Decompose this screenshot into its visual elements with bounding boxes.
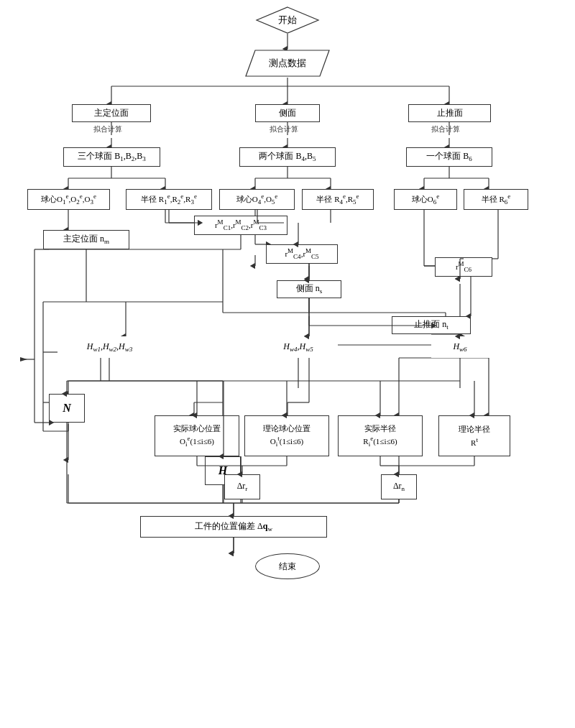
three-spheres-label: 三个球面 B1,B2,B3 [78, 150, 146, 164]
main-plane-node: 主定位面 nm [43, 230, 129, 249]
theory-center-node: 理论球心位置Oit(1≤i≤6) [244, 415, 329, 456]
data-input-node: 测点数据 [244, 49, 331, 78]
end-node: 结束 [255, 553, 320, 579]
radius6-label: 半径 R6e [482, 192, 511, 206]
actual-center-node: 实际球心位置Oie(1≤i≤6) [155, 415, 239, 456]
hw123-node: Hw1,Hw2,Hw3 [58, 336, 162, 358]
start-node: 开始 [255, 6, 320, 34]
rc45-node: rMC4,rMC5 [266, 244, 338, 264]
actual-radius-node: 实际半径Rie(1≤i≤6) [338, 415, 423, 456]
hw6-label: Hw6 [453, 341, 466, 354]
theory-radius-node: 理论半径Rt [438, 415, 510, 456]
rc6-label: rMC6 [456, 259, 472, 274]
flowchart: 拟合计算 拟合计算 拟合计算 [0, 0, 575, 728]
radius6-node: 半径 R6e [464, 189, 528, 210]
n-label: N [63, 402, 71, 415]
rc123-label: rMC1,rMC2,rMC3 [215, 218, 267, 232]
svg-marker-152 [20, 357, 27, 361]
main-face-node: 主定位面 [72, 104, 151, 122]
delta-r-label: Δrr [237, 481, 248, 492]
svg-text:拟合计算: 拟合计算 [431, 125, 460, 133]
hw6-node: Hw6 [431, 336, 489, 358]
theory-center-label: 理论球心位置Oit(1≤i≤6) [263, 423, 310, 450]
actual-center-label: 实际球心位置Oie(1≤i≤6) [173, 423, 221, 450]
svg-text:拟合计算: 拟合计算 [270, 125, 298, 133]
two-spheres-label: 两个球面 B4,B5 [259, 150, 316, 164]
hw45-node: Hw4,Hw5 [259, 336, 338, 358]
center6-node: 球心O6e [394, 189, 457, 210]
center123-node: 球心O1e,O2e,O3e [27, 189, 110, 210]
main-plane-label: 主定位面 nm [63, 233, 109, 246]
rc6-node: rMC6 [435, 257, 492, 277]
main-face-label: 主定位面 [94, 107, 129, 119]
center45-node: 球心O4e,O5e [219, 189, 295, 210]
n-node: N [49, 394, 85, 423]
radius45-node: 半径 R4e,R5e [302, 189, 374, 210]
one-sphere-label: 一个球面 B6 [426, 150, 472, 164]
hw123-label: Hw1,Hw2,Hw3 [87, 341, 133, 354]
radius45-label: 半径 R4e,R5e [316, 192, 359, 206]
stop-plane-label: 止推面 nt [414, 318, 448, 332]
stop-face-node: 止推面 [408, 104, 491, 122]
side-plane-label: 侧面 ns [296, 282, 323, 296]
rc123-node: rMC1,rMC2,rMC3 [194, 216, 288, 235]
actual-radius-label: 实际半径Rie(1≤i≤6) [363, 423, 397, 450]
svg-text:拟合计算: 拟合计算 [93, 125, 122, 133]
two-spheres-node: 两个球面 B4,B5 [239, 147, 336, 167]
one-sphere-node: 一个球面 B6 [406, 147, 492, 167]
radius123-node: 半径 R1e,R2e,R3e [126, 189, 212, 210]
center123-label: 球心O1e,O2e,O3e [41, 192, 96, 206]
start-label: 开始 [278, 14, 297, 27]
delta-rn-node: Δrn [381, 474, 417, 499]
radius123-label: 半径 R1e,R2e,R3e [141, 192, 197, 206]
center45-label: 球心O4e,O5e [236, 192, 278, 206]
side-face-label: 侧面 [279, 107, 296, 119]
delta-r-node: Δrr [224, 474, 260, 499]
rc45-label: rMC4,rMC5 [285, 246, 318, 261]
side-face-node: 侧面 [255, 104, 320, 122]
stop-plane-node: 止推面 nt [392, 316, 471, 334]
center6-label: 球心O6e [412, 192, 439, 206]
three-spheres-node: 三个球面 B1,B2,B3 [63, 147, 160, 167]
hw45-label: Hw4,Hw5 [283, 341, 313, 354]
side-plane-node: 侧面 ns [277, 280, 341, 298]
data-input-label: 测点数据 [269, 57, 306, 70]
theory-radius-label: 理论半径Rt [459, 423, 490, 448]
workpiece-deviation-node: 工件的位置偏差 Δqw [140, 516, 327, 538]
workpiece-deviation-label: 工件的位置偏差 Δqw [195, 520, 272, 534]
end-label: 结束 [279, 561, 296, 573]
delta-rn-label: Δrn [393, 481, 405, 492]
stop-face-label: 止推面 [437, 107, 463, 119]
